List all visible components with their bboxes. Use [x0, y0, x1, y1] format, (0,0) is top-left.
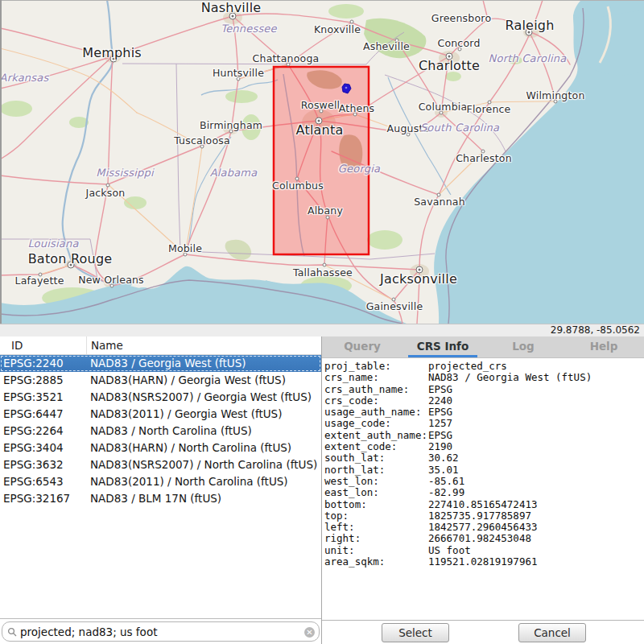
state-label: Georgia [338, 163, 380, 175]
cell-id: EPSG:3404 [0, 440, 87, 456]
cell-name: NAD83 / Georgia West (ftUS) [87, 355, 321, 372]
city-label: Charleston [456, 152, 512, 164]
city-label: Columbus [272, 180, 324, 192]
city-label: Charlotte [419, 58, 480, 73]
details-pane: QueryCRS InfoLogHelp proj_table:projecte… [322, 336, 644, 644]
info-line: crs_code:2240 [324, 395, 644, 407]
crs-table-body[interactable]: EPSG:2240NAD83 / Georgia West (ftUS)EPSG… [0, 355, 321, 619]
info-line: bottom:227410.85165472413 [324, 499, 644, 510]
city-label: Chattanooga [253, 52, 320, 64]
cell-name: NAD83(NSRS2007) / Georgia West (ftUS) [87, 389, 321, 406]
city-label: Florence [467, 103, 511, 115]
info-line: right:2666701.982453048 [324, 533, 644, 544]
crs-info-panel: proj_table:projected_crscrs_name:NAD83 /… [322, 358, 644, 620]
cell-name: NAD83(NSRS2007) / North Carolina (ftUS) [87, 456, 321, 473]
city-label: Nashville [201, 0, 262, 15]
state-label: Mississippi [96, 167, 153, 179]
info-line: south_lat:30.62 [324, 452, 644, 464]
city-label: Baton Rouge [28, 251, 113, 266]
table-row[interactable]: EPSG:32167NAD83 / BLM 17N (ftUS) [0, 490, 321, 507]
table-row[interactable]: EPSG:3404NAD83(HARN) / North Carolina (f… [0, 440, 321, 456]
city-label: Tuscaloosa [174, 134, 230, 147]
city-label: Wilmington [526, 89, 584, 101]
city-label: Mobile [168, 242, 202, 254]
tab-log[interactable]: Log [483, 336, 564, 357]
cell-id: EPSG:2885 [0, 372, 87, 389]
cell-id: EPSG:3632 [0, 456, 87, 473]
dialog-buttons: Select Cancel [322, 620, 644, 644]
city-label: Savannah [414, 196, 465, 208]
state-label: Louisiana [27, 237, 78, 250]
cell-name: NAD83(HARN) / Georgia West (ftUS) [87, 372, 321, 389]
city-label: Raleigh [505, 18, 554, 33]
state-label: Tennessee [221, 23, 277, 35]
tab-help[interactable]: Help [564, 336, 644, 357]
table-row[interactable]: EPSG:6543NAD83(2011) / North Carolina (f… [0, 473, 321, 490]
city-label: Birmingham [200, 119, 262, 131]
city-label: Tallahassee [293, 266, 353, 279]
info-line: usage_auth_name:EPSG [324, 407, 644, 418]
info-line: east_lon:-82.99 [324, 487, 644, 498]
table-row[interactable]: EPSG:6447NAD83(2011) / Georgia West (ftU… [0, 406, 321, 423]
cell-id: EPSG:2240 [0, 355, 87, 372]
city-label: Columbia [419, 101, 468, 113]
cell-id: EPSG:3521 [0, 389, 87, 406]
tab-crs-info[interactable]: CRS Info [402, 336, 483, 357]
coordinate-readout: 29.8788, -85.0562 [0, 324, 644, 336]
city-label: Roswell [301, 99, 341, 111]
city-label: New Orleans [78, 274, 144, 286]
table-row[interactable]: EPSG:3632NAD83(NSRS2007) / North Carolin… [0, 456, 321, 473]
map[interactable]: NashvilleMemphisKnoxvilleChattanoogaHunt… [0, 0, 644, 324]
state-label: North Carolina [489, 52, 567, 64]
info-line: extent_auth_name:EPSG [324, 430, 644, 441]
bottom-panel: ID Name EPSG:2240NAD83 / Georgia West (f… [0, 336, 644, 644]
cell-name: NAD83(HARN) / North Carolina (ftUS) [87, 440, 321, 456]
info-line: west_lon:-85.61 [324, 476, 644, 487]
cell-name: NAD83(2011) / Georgia West (ftUS) [87, 406, 321, 423]
cell-id: EPSG:2264 [0, 423, 87, 440]
info-line: crs_auth_name:EPSG [324, 384, 644, 395]
search-input[interactable] [20, 623, 303, 640]
cell-name: NAD83 / BLM 17N (ftUS) [87, 490, 321, 507]
map-labels: NashvilleMemphisKnoxvilleChattanoogaHunt… [0, 0, 644, 324]
city-label: Atlanta [296, 122, 344, 138]
search-row: ✕ [0, 619, 321, 644]
table-row[interactable]: EPSG:2264NAD83 / North Carolina (ftUS) [0, 423, 321, 440]
city-label: Jacksonville [380, 271, 457, 287]
city-label: Albany [308, 204, 343, 217]
cell-id: EPSG:6543 [0, 473, 87, 490]
column-header-name[interactable]: Name [87, 336, 321, 354]
city-label: Memphis [82, 45, 142, 60]
city-label: Concord [437, 37, 480, 49]
city-label: Knoxville [314, 23, 361, 35]
search-box: ✕ [2, 621, 320, 642]
map-frame-left [0, 0, 2, 324]
info-line: left:1842577.2960456433 [324, 522, 644, 533]
select-button[interactable]: Select [382, 623, 449, 642]
info-line: crs_name:NAD83 / Georgia West (ftUS) [324, 372, 644, 383]
search-icon [7, 627, 17, 637]
cell-id: EPSG:6447 [0, 406, 87, 423]
tab-bar: QueryCRS InfoLogHelp [322, 336, 644, 358]
state-label: South Carolina [420, 122, 499, 134]
table-row[interactable]: EPSG:3521NAD83(NSRS2007) / Georgia West … [0, 389, 321, 406]
cancel-button[interactable]: Cancel [518, 623, 586, 642]
map-frame-top [0, 0, 644, 1]
tab-query[interactable]: Query [322, 336, 402, 357]
table-header: ID Name [0, 336, 321, 355]
table-row[interactable]: EPSG:2240NAD83 / Georgia West (ftUS) [0, 355, 321, 372]
info-line: top:1825735.917785897 [324, 510, 644, 522]
info-line: usage_code:1257 [324, 418, 644, 429]
city-label: Gainesville [366, 300, 423, 312]
info-line: north_lat:35.01 [324, 464, 644, 476]
clear-search-icon[interactable]: ✕ [304, 627, 315, 638]
info-line: area_sqkm:119521.02819197961 [324, 556, 644, 568]
crs-explorer-window: NashvilleMemphisKnoxvilleChattanoogaHunt… [0, 0, 644, 644]
column-header-id[interactable]: ID [0, 336, 87, 354]
table-row[interactable]: EPSG:2885NAD83(HARN) / Georgia West (ftU… [0, 372, 321, 389]
city-label: Athens [339, 102, 374, 114]
city-label: Jackson [86, 187, 126, 199]
cell-name: NAD83(2011) / North Carolina (ftUS) [87, 473, 321, 490]
cell-id: EPSG:32167 [0, 490, 87, 507]
results-pane: ID Name EPSG:2240NAD83 / Georgia West (f… [0, 336, 322, 644]
